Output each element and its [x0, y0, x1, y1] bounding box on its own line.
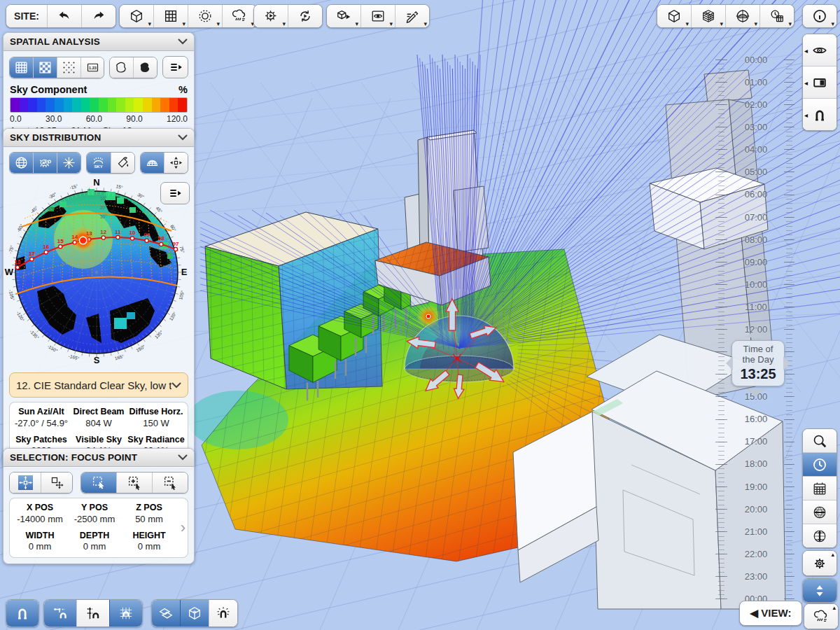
animate-model-button[interactable]	[327, 5, 360, 27]
sky-chart-menu-button[interactable]	[160, 182, 190, 204]
snap-node-icon	[52, 606, 68, 621]
weather-menu-button[interactable]	[222, 5, 256, 27]
sun-menu-button[interactable]	[188, 5, 222, 27]
chevron-down-icon[interactable]	[178, 134, 188, 141]
undo-button[interactable]	[47, 5, 81, 27]
view-button[interactable]: ◀ VIEW:	[739, 601, 802, 626]
radial-button[interactable]	[57, 153, 80, 173]
panel-title: SKY DISTRIBUTION	[10, 132, 101, 143]
chevron-down-icon	[172, 382, 181, 388]
snap-grid-button[interactable]	[109, 600, 142, 626]
clock-icon	[812, 457, 827, 472]
annotate-icon	[405, 8, 420, 24]
visibility-button[interactable]	[803, 34, 836, 66]
spatial-analysis-header[interactable]: SPATIAL ANALYSIS	[4, 33, 194, 51]
svg-text:-120°: -120°	[15, 310, 25, 322]
paint-icon	[115, 155, 130, 170]
grid-display-button[interactable]	[10, 57, 33, 78]
gear-run-icon	[263, 8, 279, 24]
snap-plane-button[interactable]	[152, 600, 180, 626]
update-cycle-button[interactable]	[288, 5, 322, 27]
paint-sky-button[interactable]	[111, 153, 134, 173]
info-button[interactable]	[803, 5, 836, 27]
terrain-button[interactable]	[33, 153, 57, 173]
snap-side-button[interactable]	[803, 98, 836, 130]
dome-menu-button[interactable]	[725, 5, 760, 27]
snap-master-button[interactable]	[6, 600, 38, 626]
sky-dome-chart[interactable]: 070809101112131415161718 NESW-165°-150°-…	[4, 178, 194, 371]
selection-header[interactable]: SELECTION: FOCUS POINT	[4, 449, 194, 467]
zone-filled-icon	[138, 60, 153, 75]
zone-outline-button[interactable]	[110, 57, 133, 78]
datetime-menu-button[interactable]	[760, 5, 794, 27]
model-menu-button[interactable]	[120, 5, 153, 27]
snap-cube-button[interactable]	[180, 600, 209, 626]
timeline-hour-label: 23:00	[737, 570, 775, 581]
geometry-menu-button[interactable]	[657, 5, 691, 27]
badge-up-chevron[interactable]	[745, 330, 766, 337]
azimuth-button[interactable]	[803, 500, 836, 524]
calendar-button[interactable]	[803, 476, 836, 500]
selection-tools-row	[4, 467, 194, 498]
timeline-hour-label: 20:00	[737, 503, 775, 514]
view-controls-group	[802, 34, 837, 131]
sky-button[interactable]	[87, 153, 110, 173]
value-cell: Direct Beam804 W	[70, 407, 127, 430]
menu-icon	[169, 60, 183, 74]
site-group: SITE:	[6, 4, 116, 28]
chevron-down-icon[interactable]	[178, 454, 188, 461]
select-rect-icon	[92, 475, 106, 490]
value-cell: Y POS-2500 mm	[67, 503, 122, 526]
select-add-button[interactable]	[116, 472, 152, 493]
move-object-icon	[50, 475, 64, 490]
numeric-grid-button[interactable]	[80, 57, 104, 78]
svg-text:105°: 105°	[178, 290, 185, 300]
svg-text:-60°: -60°	[15, 223, 24, 232]
move-object-button[interactable]	[41, 472, 72, 493]
weather-quick-button[interactable]	[804, 604, 838, 629]
snap-rays-button[interactable]	[209, 600, 237, 626]
magnet-icon	[812, 107, 827, 122]
svg-text:12: 12	[100, 229, 106, 235]
view-options-button[interactable]	[360, 5, 395, 27]
altitude-button[interactable]	[803, 524, 836, 547]
dot-grid-button[interactable]	[57, 57, 80, 78]
move-point-button[interactable]	[10, 472, 41, 493]
redo-button[interactable]	[81, 5, 115, 27]
voxel-menu-button[interactable]	[691, 5, 725, 27]
sky-distribution-header[interactable]: SKY DISTRIBUTION	[4, 129, 194, 147]
select-subtract-icon	[163, 475, 178, 490]
grid-menu-button[interactable]	[153, 5, 188, 27]
timeline-hour-label: 10:00	[737, 279, 775, 289]
sky-type-select[interactable]: 12. CIE Standard Clear Sky, low turb	[9, 372, 188, 398]
timeline-hour-label: 18:00	[737, 458, 775, 469]
select-subtract-button[interactable]	[152, 472, 188, 493]
run-calculation-button[interactable]	[254, 5, 288, 27]
select-rect-button[interactable]	[81, 472, 116, 493]
badge-down-chevron[interactable]	[745, 389, 766, 396]
zone-filled-button[interactable]	[133, 57, 157, 78]
dome-display-button[interactable]	[141, 153, 164, 173]
svg-text:75°: 75°	[179, 246, 186, 254]
ray-display-button[interactable]	[164, 153, 188, 173]
collapse-timeline-button[interactable]	[803, 579, 836, 602]
view-frame-icon	[370, 8, 386, 24]
snap-node-button[interactable]	[44, 600, 76, 626]
checker-display-button[interactable]	[33, 57, 57, 78]
sky-dome-chart-wrap: 070809101112131415161718 NESW-165°-150°-…	[4, 178, 194, 371]
more-chevron[interactable]: ›	[181, 520, 186, 536]
split-view-button[interactable]	[803, 66, 836, 98]
weather-icon	[232, 8, 247, 24]
zoom-search-button[interactable]	[803, 429, 836, 452]
time-of-day-button[interactable]	[803, 452, 836, 476]
move-point-icon	[18, 475, 33, 490]
chevron-down-icon[interactable]	[178, 38, 188, 45]
settings-button[interactable]	[803, 551, 836, 575]
weather-group	[804, 603, 839, 629]
snap-line-button[interactable]	[76, 600, 109, 626]
legend-tick: 0.0	[10, 114, 22, 124]
globe-button[interactable]	[10, 153, 33, 173]
annotate-button[interactable]	[395, 5, 429, 27]
spatial-menu-button[interactable]	[162, 56, 188, 78]
time-of-day-badge[interactable]: Time of the Day 13:25	[732, 340, 785, 386]
